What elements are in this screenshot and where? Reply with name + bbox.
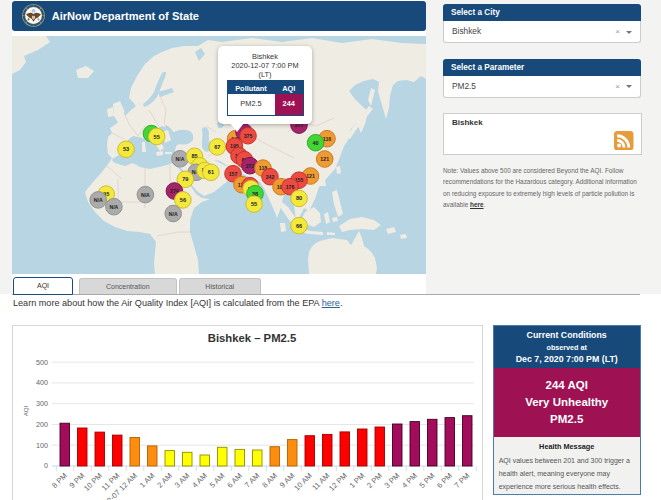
svg-text:8 PM: 8 PM bbox=[50, 471, 69, 490]
svg-text:3 PM: 3 PM bbox=[383, 471, 402, 490]
svg-text:400: 400 bbox=[36, 378, 48, 387]
svg-text:176: 176 bbox=[286, 184, 295, 190]
svg-text:300: 300 bbox=[36, 399, 48, 408]
svg-text:500: 500 bbox=[36, 358, 48, 367]
svg-text:N/A: N/A bbox=[141, 192, 150, 198]
svg-text:55: 55 bbox=[154, 134, 160, 140]
svg-text:0: 0 bbox=[44, 461, 48, 470]
svg-text:1 PM: 1 PM bbox=[348, 471, 367, 490]
svg-text:2 AM: 2 AM bbox=[155, 471, 174, 490]
svg-text:1 AM: 1 AM bbox=[138, 471, 157, 490]
svg-text:3 AM: 3 AM bbox=[173, 471, 192, 490]
svg-text:157: 157 bbox=[229, 171, 238, 177]
svg-text:4 AM: 4 AM bbox=[190, 471, 209, 490]
svg-text:7 PM: 7 PM bbox=[453, 471, 472, 490]
svg-text:40: 40 bbox=[312, 140, 318, 146]
svg-text:6 PM: 6 PM bbox=[435, 471, 454, 490]
svg-text:121: 121 bbox=[320, 156, 329, 162]
svg-text:N/A: N/A bbox=[109, 204, 118, 210]
svg-text:242: 242 bbox=[266, 174, 275, 180]
svg-text:12 PM: 12 PM bbox=[327, 471, 349, 493]
svg-text:53: 53 bbox=[123, 146, 129, 152]
svg-text:56: 56 bbox=[180, 197, 186, 203]
svg-text:4 PM: 4 PM bbox=[400, 471, 419, 490]
svg-text:Bishkek – PM2.5: Bishkek – PM2.5 bbox=[208, 332, 297, 344]
svg-text:N/A: N/A bbox=[169, 211, 178, 217]
svg-text:10 PM: 10 PM bbox=[82, 471, 104, 493]
svg-text:66: 66 bbox=[296, 223, 302, 229]
svg-text:272: 272 bbox=[246, 163, 255, 169]
svg-text:N/A: N/A bbox=[176, 156, 185, 162]
svg-text:79: 79 bbox=[182, 176, 188, 182]
svg-text:5 AM: 5 AM bbox=[208, 471, 227, 490]
svg-text:80: 80 bbox=[296, 195, 302, 201]
svg-text:55: 55 bbox=[251, 201, 257, 207]
svg-text:67: 67 bbox=[214, 144, 220, 150]
svg-text:2 PM: 2 PM bbox=[365, 471, 384, 490]
svg-text:AQI: AQI bbox=[22, 405, 29, 416]
svg-text:N/A: N/A bbox=[94, 197, 103, 203]
svg-text:10 AM: 10 AM bbox=[292, 471, 314, 493]
svg-text:200: 200 bbox=[36, 420, 48, 429]
svg-text:375: 375 bbox=[244, 133, 253, 139]
svg-text:6 AM: 6 AM bbox=[225, 471, 244, 490]
svg-text:100: 100 bbox=[36, 441, 48, 450]
svg-text:8 AM: 8 AM bbox=[260, 471, 279, 490]
svg-text:7 AM: 7 AM bbox=[243, 471, 262, 490]
svg-text:61: 61 bbox=[208, 169, 214, 175]
svg-text:5 PM: 5 PM bbox=[418, 471, 437, 490]
